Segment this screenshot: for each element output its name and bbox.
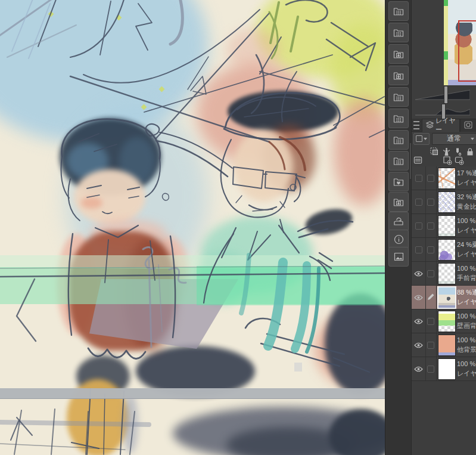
editing-cell[interactable] xyxy=(425,262,437,285)
visibility-cell[interactable] xyxy=(412,214,426,237)
tray-icon[interactable] xyxy=(388,212,409,231)
folder-grid-icon[interactable] xyxy=(388,1,409,21)
visibility-eye-icon[interactable] xyxy=(414,316,423,327)
layer-row[interactable]: 17 %通レイヤ2 xyxy=(412,166,476,190)
lock-layer-icon[interactable] xyxy=(465,147,475,156)
layer-thumbnail[interactable] xyxy=(438,311,456,332)
new-layer-icon[interactable] xyxy=(443,156,452,165)
visibility-checkbox[interactable] xyxy=(415,246,422,253)
layer-opacity-blend: 32 %通 xyxy=(457,192,476,202)
editing-cell[interactable] xyxy=(425,190,437,213)
app-window: 1 レイヤー 通常 xyxy=(0,0,476,455)
layers-stack-icon xyxy=(426,121,434,129)
visibility-cell[interactable] xyxy=(412,166,426,190)
layer-thumbnail[interactable] xyxy=(438,239,456,261)
layer-thumbnail[interactable] xyxy=(437,286,456,309)
editing-cell[interactable] xyxy=(425,166,437,190)
layer-row[interactable]: 100 %通他背景 xyxy=(412,333,476,357)
visibility-cell[interactable] xyxy=(412,357,426,380)
layer-name: レイヤー xyxy=(457,249,476,259)
blend-mode-value: 通常 xyxy=(447,134,461,144)
panel-menu-icon[interactable] xyxy=(413,121,419,129)
navigator-thumbnail[interactable] xyxy=(444,0,476,85)
layer-thumbnail[interactable] xyxy=(438,215,456,237)
material-bar xyxy=(385,0,412,455)
folder-download-icon[interactable] xyxy=(388,44,409,64)
visibility-cell[interactable] xyxy=(412,238,426,261)
visibility-cell[interactable] xyxy=(412,309,426,333)
editing-cell[interactable] xyxy=(425,309,437,333)
visibility-eye-icon[interactable] xyxy=(414,268,423,279)
folder-download-icon[interactable] xyxy=(388,66,409,85)
folder-grid-icon[interactable] xyxy=(388,23,409,42)
navigator-view-rect[interactable] xyxy=(458,20,476,82)
visibility-checkbox[interactable] xyxy=(415,222,422,230)
layer-checkbox[interactable] xyxy=(427,175,434,182)
layer-row[interactable]: 100 %通レイヤー xyxy=(412,214,476,238)
palette-view-icon[interactable] xyxy=(413,155,423,165)
layer-checkbox[interactable] xyxy=(427,342,434,349)
visibility-cell[interactable] xyxy=(412,286,426,309)
layer-checkbox[interactable] xyxy=(427,246,434,253)
sketch-lines xyxy=(0,0,385,455)
drawing-canvas[interactable] xyxy=(0,0,385,455)
layer-thumbnail[interactable] xyxy=(438,335,456,356)
picture-icon[interactable] xyxy=(388,247,409,267)
gray-rail-bar xyxy=(0,388,385,398)
folder-heart-icon[interactable] xyxy=(388,172,409,191)
layer-checkbox[interactable] xyxy=(427,270,434,277)
tab-property[interactable] xyxy=(460,119,476,132)
editing-cell[interactable] xyxy=(425,238,437,261)
folder-grid-icon[interactable] xyxy=(388,130,409,150)
layer-checkbox[interactable] xyxy=(427,366,434,373)
visibility-cell[interactable] xyxy=(412,190,426,213)
visibility-checkbox[interactable] xyxy=(415,175,422,182)
visibility-checkbox[interactable] xyxy=(415,199,422,206)
layer-row[interactable]: 24 %乗レイヤー xyxy=(412,238,476,262)
new-folder-icon[interactable] xyxy=(455,156,464,165)
layer-name: レイヤ2 xyxy=(457,178,476,187)
editing-cell[interactable] xyxy=(425,333,437,357)
layer-list: 17 %通レイヤ232 %通黄金比100 %通レイヤー24 %乗レイヤー100 … xyxy=(412,166,476,381)
layer-thumbnail[interactable] xyxy=(438,263,456,284)
editing-pencil-icon xyxy=(427,292,435,303)
draft-layer-icon[interactable] xyxy=(453,147,463,156)
layer-opacity-blend: 100 %通 xyxy=(457,264,476,273)
layer-checkbox[interactable] xyxy=(427,222,434,230)
layer-checkbox[interactable] xyxy=(427,318,434,325)
layer-opacity-blend: 88 %通 xyxy=(457,287,476,297)
visibility-eye-icon[interactable] xyxy=(414,364,423,374)
layer-thumbnail[interactable] xyxy=(438,358,456,380)
layer-row[interactable]: 32 %通黄金比 xyxy=(412,190,476,214)
layer-opacity-blend: 100 %通 xyxy=(457,216,476,225)
clip-to-layer-icon[interactable] xyxy=(430,147,439,156)
zoom-slider-handle[interactable] xyxy=(444,86,448,104)
layer-opacity-blend: 17 %通 xyxy=(457,168,476,178)
layer-row[interactable]: 100 %通手前背 xyxy=(412,262,476,286)
folder-grid-icon[interactable] xyxy=(388,151,409,171)
folder-grid-icon[interactable] xyxy=(388,109,409,128)
layer-effect-button[interactable] xyxy=(413,133,430,145)
layer-name: 手前背 xyxy=(457,273,476,283)
editing-cell[interactable] xyxy=(425,286,437,309)
tab-layers[interactable]: レイヤー xyxy=(422,119,460,132)
layer-row[interactable]: 88 %通レイヤー xyxy=(412,286,476,309)
layer-commands-row1 xyxy=(430,147,476,156)
layer-row[interactable]: 100 %通レイヤー xyxy=(412,357,476,381)
visibility-eye-icon[interactable] xyxy=(414,292,423,303)
editing-cell[interactable] xyxy=(425,357,437,380)
layer-thumbnail[interactable] xyxy=(438,168,456,189)
reference-layer-icon[interactable] xyxy=(441,147,451,156)
visibility-cell[interactable] xyxy=(412,333,426,357)
layer-thumbnail[interactable] xyxy=(438,191,456,213)
blend-mode-select[interactable]: 通常 xyxy=(432,133,476,145)
layer-checkbox[interactable] xyxy=(427,199,434,206)
layer-row[interactable]: 100 %通壁画背 xyxy=(412,309,476,333)
visibility-cell[interactable] xyxy=(412,262,426,285)
editing-cell[interactable] xyxy=(425,214,437,237)
visibility-eye-icon[interactable] xyxy=(414,340,423,351)
layer-commands-row2-right xyxy=(443,156,464,165)
zoom-slider[interactable]: 1 xyxy=(415,88,472,104)
folder-download-icon[interactable] xyxy=(388,192,409,212)
folder-grid-icon[interactable] xyxy=(388,87,409,107)
